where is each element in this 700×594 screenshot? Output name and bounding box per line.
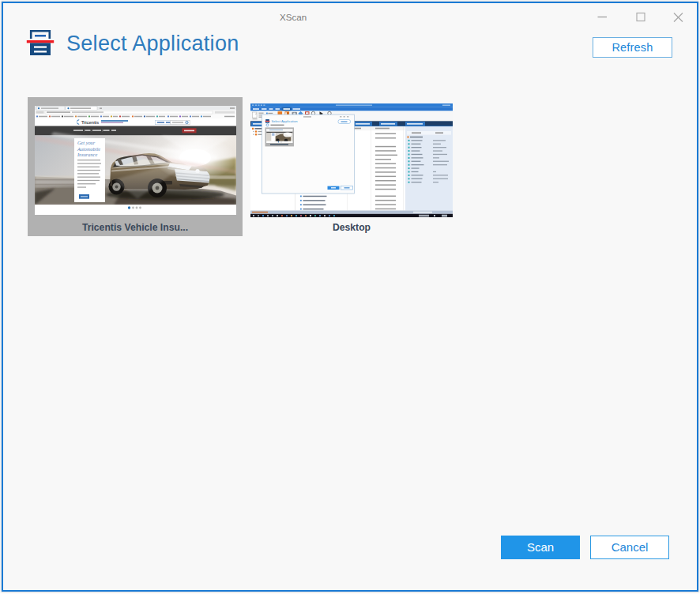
svg-text:Get your: Get your (77, 140, 96, 145)
svg-text:Select Application: Select Application (272, 119, 299, 123)
svg-text:Automobile: Automobile (77, 146, 100, 152)
svg-text:Tricentis: Tricentis (81, 120, 99, 125)
svg-text:Insurance: Insurance (77, 152, 97, 157)
